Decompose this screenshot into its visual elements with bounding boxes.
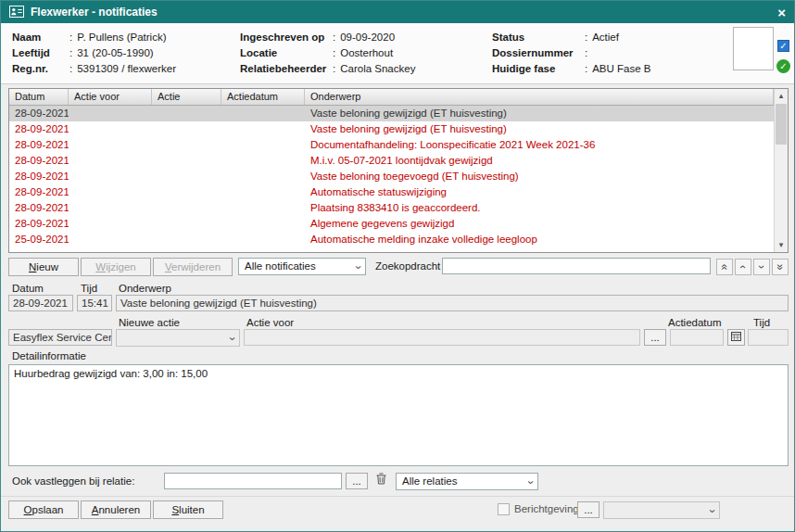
- naam-value: P. Pullens (Patrick): [77, 30, 166, 45]
- datum-label: Datum: [12, 283, 44, 294]
- cell-datum: 28-09-2021: [9, 200, 69, 216]
- delete-relatie-button[interactable]: [372, 473, 390, 489]
- relatie-browse-button[interactable]: ...: [346, 473, 368, 489]
- chevron-down-icon: ›: [704, 503, 718, 517]
- table-row[interactable]: 25-09-2021Automatische melding inzake vo…: [9, 232, 774, 247]
- cell-onderwerp: Algemene gegevens gewijzigd: [305, 216, 774, 232]
- nieuwe-actie-label: Nieuwe actie: [119, 317, 180, 328]
- relatie-input[interactable]: [164, 473, 342, 489]
- scroll-down-icon[interactable]: ▾: [775, 238, 788, 252]
- opslaan-button[interactable]: Opslaan: [8, 500, 79, 519]
- cell-onderwerp: Vaste beloning toegevoegd (ET huisvestin…: [305, 169, 774, 184]
- nieuw-button[interactable]: Nieuw: [8, 258, 79, 276]
- table-row[interactable]: 28-09-2021M.i.v. 05-07-2021 loontijdvak …: [9, 153, 774, 169]
- next-record-icon[interactable]: ›: [753, 259, 770, 275]
- person-info-panel: Naam:P. Pullens (Patrick) Leeftijd:31 (2…: [1, 23, 794, 84]
- relatiebeheerder-label: Relatiebeheerder: [240, 61, 333, 77]
- dossiernummer-label: Dossiernummer: [492, 45, 585, 61]
- cell-actie: [152, 106, 221, 121]
- search-input[interactable]: [442, 258, 711, 274]
- cell-datum: 28-09-2021: [9, 137, 69, 153]
- sluiten-button[interactable]: Sluiten: [153, 500, 223, 519]
- cell-datum: 28-09-2021: [9, 153, 69, 169]
- tijd-label: Tijd: [81, 283, 97, 294]
- info-column-1: Naam:P. Pullens (Patrick) Leeftijd:31 (2…: [12, 30, 176, 77]
- checked-checkbox-icon[interactable]: ✓: [777, 40, 789, 52]
- tijd2-input: [748, 329, 789, 346]
- status-value: Actief: [592, 30, 619, 45]
- cell-actiedatum: [221, 232, 305, 247]
- leeftijd-label: Leeftijd: [12, 45, 69, 61]
- column-header-actie-voor[interactable]: Actie voor: [69, 89, 152, 105]
- tijd-field: 15:41: [77, 295, 112, 311]
- cell-actiedatum: [221, 153, 305, 169]
- notification-filter-dropdown[interactable]: Alle notificaties ›: [238, 258, 366, 275]
- table-row[interactable]: 28-09-2021Vaste beloning gewijzigd (ET h…: [9, 121, 774, 137]
- table-header: Datum Actie voor Actie Actiedatum Onderw…: [9, 89, 774, 106]
- close-icon[interactable]: ×: [777, 6, 786, 19]
- cell-actie: [152, 200, 221, 216]
- table-row[interactable]: 28-09-2021Documentafhandeling: Loonspeci…: [9, 137, 774, 153]
- column-header-datum[interactable]: Datum: [9, 89, 69, 105]
- cell-actiedatum: [221, 200, 305, 216]
- cell-datum: 28-09-2021: [9, 216, 69, 232]
- cell-onderwerp: Automatische melding inzake volledige le…: [305, 232, 774, 247]
- calendar-icon: [731, 332, 741, 343]
- behandelaar-field: Easyflex Service Cen: [8, 329, 112, 346]
- naam-label: Naam: [12, 30, 69, 45]
- cell-actie: [152, 153, 221, 169]
- relatie-filter-dropdown[interactable]: Alle relaties ›: [396, 473, 538, 490]
- cell-actiedatum: [221, 137, 305, 153]
- scroll-up-icon[interactable]: ▴: [775, 89, 788, 103]
- status-ok-icon: ✓: [776, 59, 790, 73]
- status-label: Status: [492, 30, 585, 45]
- berichtgeving-browse-button[interactable]: ...: [577, 501, 599, 518]
- chevron-down-icon: ›: [224, 331, 238, 345]
- cell-actiedatum: [221, 106, 305, 121]
- ingeschreven-value: 09-09-2020: [340, 30, 395, 45]
- cell-actie-voor: [69, 184, 152, 200]
- calendar-button[interactable]: [727, 329, 745, 346]
- table-row[interactable]: 28-09-2021Vaste beloning toegevoegd (ET …: [9, 169, 774, 184]
- flexwerker-icon: [9, 6, 24, 19]
- table-row[interactable]: 28-09-2021Automatische statuswijziging: [9, 184, 774, 200]
- first-record-icon[interactable]: «: [716, 259, 733, 275]
- scrollbar-thumb[interactable]: [776, 104, 787, 145]
- relatiebeheerder-value: Carola Snackey: [340, 61, 415, 77]
- column-header-onderwerp[interactable]: Onderwerp: [305, 89, 774, 105]
- verwijderen-button: Verwijderen: [153, 258, 233, 276]
- berichtgeving-label: Berichtgeving: [514, 503, 579, 514]
- actie-voor-browse-button[interactable]: ...: [644, 329, 666, 346]
- previous-record-icon[interactable]: ‹: [735, 259, 751, 275]
- actiedatum-label: Actiedatum: [668, 317, 722, 328]
- nieuwe-actie-dropdown: ›: [116, 329, 240, 347]
- cell-actie: [152, 169, 221, 184]
- notifications-toolbar: Nieuw Wijzigen Verwijderen Alle notifica…: [8, 258, 789, 276]
- table-row[interactable]: 28-09-2021Algemene gegevens gewijzigd: [9, 216, 774, 232]
- chevron-down-icon: ›: [350, 260, 364, 273]
- actie-voor-input: [244, 329, 640, 346]
- table-row[interactable]: 28-09-2021Plaatsing 8383410 is geaccorde…: [9, 200, 774, 216]
- cell-actie-voor: [69, 169, 152, 184]
- detailinformatie-textarea[interactable]: Huurbedrag gewijzigd van: 3,00 in: 15,00: [8, 364, 789, 466]
- cell-onderwerp: M.i.v. 05-07-2021 loontijdvak gewijzigd: [305, 153, 774, 169]
- chevron-down-icon: ›: [523, 475, 536, 488]
- photo-placeholder: [733, 27, 774, 70]
- column-header-actie[interactable]: Actie: [152, 89, 221, 105]
- cell-onderwerp: Automatische statuswijziging: [305, 184, 774, 200]
- ingeschreven-label: Ingeschreven op: [240, 30, 333, 45]
- table-row[interactable]: 28-09-2021Vaste beloning gewijzigd (ET h…: [9, 106, 774, 121]
- cell-actie-voor: [69, 232, 152, 247]
- footer-divider: [1, 496, 794, 497]
- annuleren-button[interactable]: Annuleren: [81, 500, 151, 519]
- table-scrollbar[interactable]: ▴ ▾: [774, 89, 788, 252]
- cell-datum: 28-09-2021: [9, 106, 69, 121]
- berichtgeving-dropdown: ›: [603, 501, 720, 519]
- last-record-icon[interactable]: »: [772, 259, 789, 275]
- column-header-actiedatum[interactable]: Actiedatum: [221, 89, 305, 105]
- locatie-label: Locatie: [240, 45, 333, 61]
- notifications-table: Datum Actie voor Actie Actiedatum Onderw…: [8, 88, 789, 253]
- regnr-label: Reg.nr.: [12, 61, 69, 77]
- cell-actie-voor: [69, 200, 152, 216]
- cell-actie-voor: [69, 216, 152, 232]
